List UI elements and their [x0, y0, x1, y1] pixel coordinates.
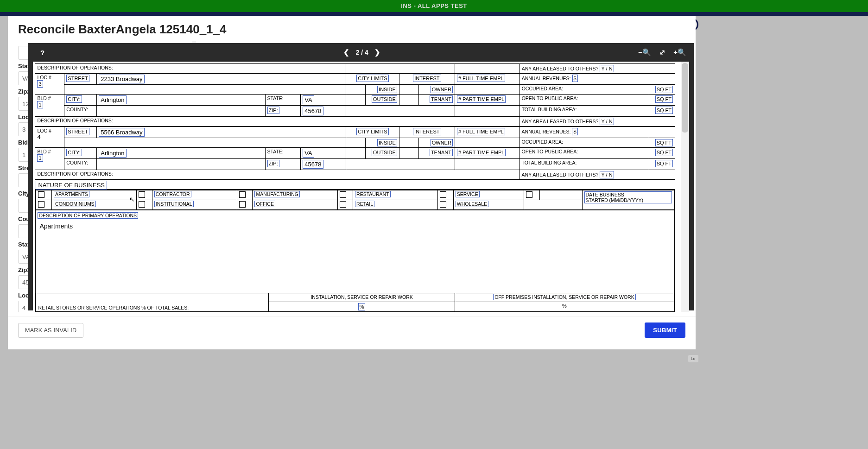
contractor-label: CONTRACTOR	[154, 191, 191, 197]
checkbox[interactable]	[38, 191, 44, 198]
zip3-value: 45678	[303, 107, 323, 115]
inside-box: INSIDE	[377, 86, 397, 93]
street4-value: 5566 Broadway	[99, 128, 144, 137]
nav-stripe	[0, 12, 868, 16]
document-page[interactable]: DESCRIPTION OF OPERATIONS: ANY AREA LEAS…	[33, 62, 689, 312]
city3-input[interactable]	[18, 199, 28, 213]
primary-ops-value: Apartments	[36, 220, 674, 293]
county3-input[interactable]	[18, 224, 28, 238]
loc3-input[interactable]	[18, 122, 28, 136]
checkbox[interactable]	[38, 201, 44, 208]
pct-label: %	[562, 303, 567, 309]
city4-value: Arlington	[99, 149, 126, 158]
leased-label: ANY AREA LEASED TO OTHERS?	[522, 66, 599, 71]
sqft-box: SQ FT	[655, 86, 673, 93]
zip3-input[interactable]	[18, 275, 28, 289]
outside-box: OUTSIDE	[372, 149, 397, 156]
pt-empl-label: # PART TIME EMPL	[457, 149, 506, 156]
city-limits-label: CITY LIMITS	[356, 75, 388, 82]
leased-label: ANY AREA LEASED TO OTHERS?	[522, 172, 599, 177]
fullscreen-icon[interactable]: ⤢	[658, 48, 667, 57]
office-label: OFFICE	[254, 201, 275, 207]
tot-bld-label: TOTAL BUILDING AREA:	[522, 107, 577, 112]
bld4-value: 1	[37, 154, 43, 162]
ft-empl-label: # FULL TIME EMPL	[457, 75, 505, 82]
checkbox[interactable]	[139, 191, 145, 198]
wholesale-label: WHOLESALE	[456, 201, 488, 207]
nature-of-business-header: NATURE OF BUSINESS	[36, 181, 107, 190]
city-limits-label: CITY LIMITS	[356, 128, 388, 135]
condominiums-label: CONDOMINIUMS	[54, 201, 96, 207]
sqft-box: SQ FT	[655, 139, 673, 146]
prev-page-icon[interactable]: ❮	[342, 48, 351, 57]
mark-invalid-button[interactable]: MARK AS INVALID	[18, 323, 83, 338]
checkbox[interactable]	[440, 201, 446, 208]
app-header-bar: INS - ALL APPS TEST	[0, 0, 868, 12]
street3-input[interactable]	[18, 173, 28, 187]
tot-bld-label: TOTAL BUILDING AREA:	[522, 160, 577, 165]
loc-num-label: LOC #	[37, 75, 51, 80]
occ-area-label: OCCUPIED AREA:	[522, 139, 563, 145]
open-pub-label: OPEN TO PUBLIC AREA:	[522, 95, 578, 101]
zip-label: ZIP:	[267, 107, 279, 114]
pct-box: %	[358, 303, 366, 310]
retail-label: RETAIL	[355, 201, 374, 207]
owner-box: OWNER	[431, 139, 453, 146]
state2-input[interactable]	[18, 71, 28, 85]
dollar-box: $	[572, 75, 578, 82]
service-label: SERVICE	[456, 191, 480, 197]
loc4-input[interactable]	[18, 301, 28, 312]
ft-empl-label: # FULL TIME EMPL	[457, 128, 505, 135]
owner-box: OWNER	[431, 86, 453, 93]
off-prem-label: OFF PREMISES INSTALLATION, SERVICE OR RE…	[493, 294, 635, 300]
zip2-input[interactable]	[18, 97, 28, 111]
checkbox[interactable]	[139, 201, 145, 208]
zoom-out-icon[interactable]: −🔍	[640, 48, 649, 57]
state4-value: VA	[303, 149, 314, 158]
ann-rev-label: ANNUAL REVENUES:	[522, 129, 571, 134]
desc-primary-label: DESCRIPTION OF PRIMARY OPERATIONS	[38, 212, 138, 219]
city-label: CITY:	[66, 149, 82, 156]
state-label: STATE:	[267, 149, 284, 154]
next-page-icon[interactable]: ❯	[373, 48, 382, 57]
desc-ops-label: DESCRIPTION OF OPERATIONS:	[37, 171, 113, 177]
checkbox[interactable]	[440, 191, 446, 198]
state3-input[interactable]	[18, 250, 28, 264]
doc-scrollbar[interactable]	[681, 62, 689, 312]
bld3-value: 1	[37, 101, 43, 108]
street-label: STREET	[66, 128, 89, 135]
submit-button[interactable]: SUBMIT	[645, 323, 685, 338]
open-pub-label: OPEN TO PUBLIC AREA:	[522, 149, 578, 154]
ann-rev-label: ANNUAL REVENUES:	[522, 76, 571, 81]
help-icon[interactable]: ?	[38, 48, 47, 57]
bld-num-label: BLD #	[37, 149, 51, 154]
checkbox[interactable]	[526, 191, 532, 198]
fields-sidebar: 🠔 State2 🠔 ✦ Zip2 🠔 ✦	[8, 41, 28, 312]
blank-top-input[interactable]	[18, 46, 28, 60]
sqft-box: SQ FT	[655, 149, 673, 156]
sqft-box: SQ FT	[655, 107, 673, 114]
state3-value: VA	[303, 95, 314, 104]
interest-label: INTEREST	[413, 75, 441, 82]
street-label: STREET	[66, 75, 89, 82]
checkbox[interactable]	[340, 191, 346, 198]
county-label: COUNTY:	[66, 107, 88, 112]
inside-box: INSIDE	[377, 139, 397, 146]
modal-title: Reconcile BaxterAngela 125140_1_4	[18, 22, 685, 37]
doc-toolbar: ? ❮ 2 / 4 ❯ −🔍 ⤢ +🔍	[33, 43, 689, 62]
apartments-label: APARTMENTS	[54, 191, 89, 197]
checkbox[interactable]	[340, 201, 346, 208]
street3-value: 2233 Broadway	[99, 75, 144, 83]
checkbox[interactable]	[239, 191, 246, 198]
zoom-in-icon[interactable]: +🔍	[675, 48, 684, 57]
checkbox[interactable]	[239, 201, 246, 208]
bld3-input[interactable]	[18, 148, 28, 162]
dollar-box: $	[572, 128, 577, 135]
sqft-box: SQ FT	[655, 95, 673, 103]
yn-box: Y / N	[600, 118, 614, 125]
yn-box: Y / N	[600, 65, 614, 72]
yn-box: Y / N	[600, 171, 614, 178]
desc-ops-label: DESCRIPTION OF OPERATIONS:	[37, 65, 113, 70]
pt-empl-label: # PART TIME EMPL	[457, 95, 506, 103]
manufacturing-label: MANUFACTURING	[254, 191, 300, 197]
